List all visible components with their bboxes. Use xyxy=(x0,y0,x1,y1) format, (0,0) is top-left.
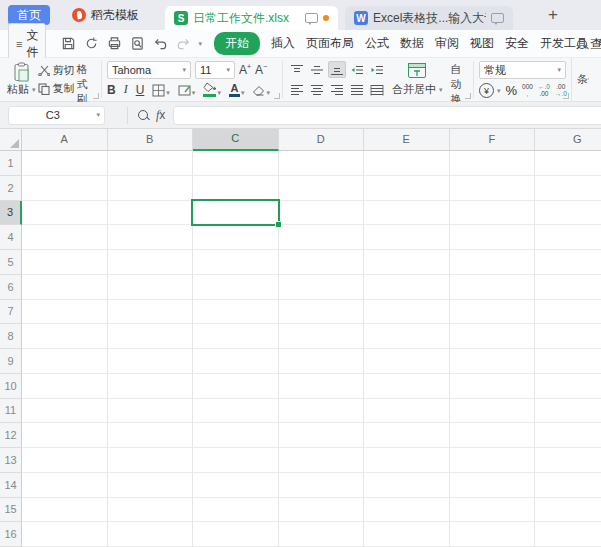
cell-F3[interactable] xyxy=(450,201,536,226)
cell-F13[interactable] xyxy=(450,448,536,473)
cell-B7[interactable] xyxy=(108,300,194,325)
cut-button[interactable]: 剪切 xyxy=(38,63,75,78)
bold-button[interactable]: B xyxy=(107,83,116,97)
cell-F10[interactable] xyxy=(450,374,536,399)
cell-B1[interactable] xyxy=(108,151,194,176)
formula-input[interactable] xyxy=(173,106,601,125)
cell-C7[interactable] xyxy=(193,300,279,325)
font-size-select[interactable]: 11▾ xyxy=(195,61,235,79)
align-right-button[interactable] xyxy=(328,81,346,98)
cell-D15[interactable] xyxy=(279,498,365,523)
cell-B15[interactable] xyxy=(108,498,194,523)
cell-C6[interactable] xyxy=(193,275,279,300)
row-header-1[interactable]: 1 xyxy=(0,151,22,176)
cell-D16[interactable] xyxy=(279,522,365,547)
fill-color-button[interactable]: ▾ xyxy=(203,82,221,97)
cell-C13[interactable] xyxy=(193,448,279,473)
cell-B3[interactable] xyxy=(108,201,194,226)
cell-C4[interactable] xyxy=(193,225,279,250)
cell-G16[interactable] xyxy=(535,522,601,547)
row-header-10[interactable]: 10 xyxy=(0,374,22,399)
cell-C15[interactable] xyxy=(193,498,279,523)
cell-C14[interactable] xyxy=(193,473,279,498)
cell-B6[interactable] xyxy=(108,275,194,300)
select-all-corner[interactable] xyxy=(0,129,22,151)
cell-E11[interactable] xyxy=(364,399,450,424)
copy-button[interactable]: 复制 xyxy=(38,81,75,96)
cell-C5[interactable] xyxy=(193,250,279,275)
cell-E15[interactable] xyxy=(364,498,450,523)
cell-G10[interactable] xyxy=(535,374,601,399)
cell-A6[interactable] xyxy=(22,275,108,300)
new-tab-button[interactable]: + xyxy=(543,5,563,25)
print-icon[interactable] xyxy=(106,36,122,52)
cell-A13[interactable] xyxy=(22,448,108,473)
cell-B11[interactable] xyxy=(108,399,194,424)
cell-A1[interactable] xyxy=(22,151,108,176)
increase-indent-button[interactable] xyxy=(368,61,386,78)
currency-button[interactable]: ¥ ▾ xyxy=(479,83,501,98)
cell-E9[interactable] xyxy=(364,349,450,374)
cell-A8[interactable] xyxy=(22,324,108,349)
cell-E8[interactable] xyxy=(364,324,450,349)
percent-button[interactable]: % xyxy=(506,83,518,98)
column-header-C[interactable]: C xyxy=(193,129,279,151)
cell-A10[interactable] xyxy=(22,374,108,399)
cell-C8[interactable] xyxy=(193,324,279,349)
cell-D1[interactable] xyxy=(279,151,365,176)
chat-bubble-icon[interactable] xyxy=(491,13,504,23)
column-header-F[interactable]: F xyxy=(450,129,536,151)
font-name-select[interactable]: Tahoma▾ xyxy=(107,61,191,79)
row-header-14[interactable]: 14 xyxy=(0,473,22,498)
dialog-launcher[interactable] xyxy=(465,93,471,99)
cell-B14[interactable] xyxy=(108,473,194,498)
cell-A16[interactable] xyxy=(22,522,108,547)
cell-E16[interactable] xyxy=(364,522,450,547)
increase-font-button[interactable]: A+ xyxy=(239,63,251,77)
cell-B8[interactable] xyxy=(108,324,194,349)
cell-G13[interactable] xyxy=(535,448,601,473)
cell-F12[interactable] xyxy=(450,423,536,448)
align-middle-button[interactable] xyxy=(308,61,326,78)
paste-button[interactable]: 粘贴▾ xyxy=(5,61,38,98)
align-center-button[interactable] xyxy=(308,81,326,98)
menu-页面布局[interactable]: 页面布局 xyxy=(306,35,354,52)
cell-F7[interactable] xyxy=(450,300,536,325)
conditional-format-button[interactable]: 条件格式 xyxy=(571,58,589,101)
row-header-12[interactable]: 12 xyxy=(0,423,22,448)
row-header-3[interactable]: 3 xyxy=(0,201,22,226)
dialog-launcher[interactable] xyxy=(274,93,280,99)
cell-G4[interactable] xyxy=(535,225,601,250)
cell-B9[interactable] xyxy=(108,349,194,374)
save-icon[interactable] xyxy=(60,36,76,52)
menu-数据[interactable]: 数据 xyxy=(400,35,424,52)
cell-D14[interactable] xyxy=(279,473,365,498)
dialog-launcher[interactable] xyxy=(563,93,569,99)
cell-F11[interactable] xyxy=(450,399,536,424)
cell-G5[interactable] xyxy=(535,250,601,275)
row-header-7[interactable]: 7 xyxy=(0,300,22,325)
row-header-9[interactable]: 9 xyxy=(0,349,22,374)
cell-D5[interactable] xyxy=(279,250,365,275)
cell-A2[interactable] xyxy=(22,176,108,201)
cell-D6[interactable] xyxy=(279,275,365,300)
cell-A12[interactable] xyxy=(22,423,108,448)
distributed-button[interactable] xyxy=(368,81,386,98)
align-left-button[interactable] xyxy=(288,81,306,98)
chat-bubble-icon[interactable] xyxy=(305,13,318,23)
row-header-6[interactable]: 6 xyxy=(0,275,22,300)
cell-G2[interactable] xyxy=(535,176,601,201)
cell-B2[interactable] xyxy=(108,176,194,201)
row-header-13[interactable]: 13 xyxy=(0,448,22,473)
eraser-button[interactable]: ▾ xyxy=(252,85,270,97)
cell-C3[interactable] xyxy=(193,201,279,226)
cell-E7[interactable] xyxy=(364,300,450,325)
cell-F8[interactable] xyxy=(450,324,536,349)
cell-B10[interactable] xyxy=(108,374,194,399)
cell-G14[interactable] xyxy=(535,473,601,498)
justify-button[interactable] xyxy=(348,81,366,98)
cell-E4[interactable] xyxy=(364,225,450,250)
cell-A14[interactable] xyxy=(22,473,108,498)
column-header-B[interactable]: B xyxy=(108,129,194,151)
menu-安全[interactable]: 安全 xyxy=(505,35,529,52)
